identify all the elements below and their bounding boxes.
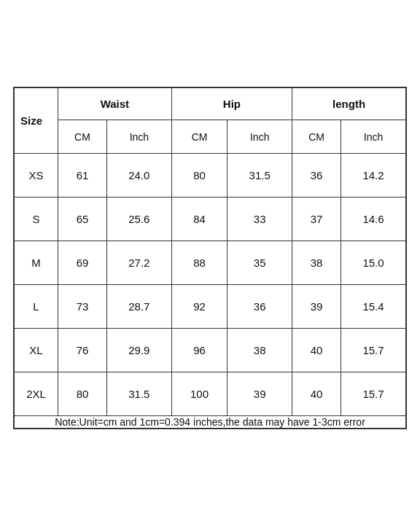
waist-cm-cell: 73 — [58, 285, 107, 329]
size-cell: S — [15, 198, 58, 241]
waist-inch-cell: 27.2 — [106, 241, 171, 285]
waist-inch-cell: 28.7 — [106, 285, 171, 329]
hip-inch-cell: 38 — [228, 329, 292, 372]
length-label: length — [332, 98, 365, 110]
size-cell: 2XL — [15, 372, 58, 416]
length-inch-cell: 14.6 — [341, 198, 406, 241]
subheader-row: CM Inch CM Inch CM Inch — [15, 120, 406, 154]
size-chart-container: Size Waist Hip length CM Inch CM Inch CM — [13, 87, 407, 429]
hip-cm-cell: 80 — [171, 154, 228, 198]
length-cm-cell: 36 — [292, 154, 341, 198]
hip-cm-cell: 100 — [171, 372, 228, 416]
length-cm-header: CM — [292, 120, 341, 154]
hip-label: Hip — [223, 98, 241, 110]
length-inch-cell: 15.0 — [341, 241, 406, 285]
table-row: S 65 25.6 84 33 37 14.6 — [15, 198, 406, 241]
size-column-header: Size — [15, 88, 58, 154]
table-row: M 69 27.2 88 35 38 15.0 — [15, 241, 406, 285]
length-group-header: length — [292, 88, 406, 120]
size-chart-table: Size Waist Hip length CM Inch CM Inch CM — [14, 87, 406, 429]
length-cm-cell: 40 — [292, 329, 341, 372]
waist-inch-cell: 29.9 — [106, 329, 171, 372]
hip-cm-cell: 96 — [171, 329, 228, 372]
waist-cm-header: CM — [58, 120, 107, 154]
waist-cm-cell: 80 — [58, 372, 107, 416]
hip-cm-header: CM — [171, 120, 228, 154]
waist-cm-cell: 76 — [58, 329, 107, 372]
length-inch-cell: 14.2 — [341, 154, 406, 198]
hip-inch-cell: 33 — [228, 198, 292, 241]
waist-cm-cell: 65 — [58, 198, 107, 241]
hip-inch-cell: 39 — [228, 372, 292, 416]
waist-label: Waist — [101, 98, 129, 110]
hip-inch-cell: 35 — [228, 241, 292, 285]
length-cm-cell: 40 — [292, 372, 341, 416]
hip-cm-cell: 84 — [171, 198, 228, 241]
length-inch-cell: 15.7 — [341, 372, 406, 416]
waist-cm-cell: 69 — [58, 241, 107, 285]
length-cm-cell: 37 — [292, 198, 341, 241]
waist-cm-cell: 61 — [58, 154, 107, 198]
size-label: Size — [20, 114, 42, 127]
length-inch-header: Inch — [341, 120, 406, 154]
hip-cm-cell: 88 — [171, 241, 228, 285]
hip-cm-cell: 92 — [171, 285, 228, 329]
hip-inch-cell: 36 — [228, 285, 292, 329]
length-cm-cell: 39 — [292, 285, 341, 329]
table-row: L 73 28.7 92 36 39 15.4 — [15, 285, 406, 329]
size-cell: XL — [15, 329, 58, 372]
hip-inch-cell: 31.5 — [228, 154, 292, 198]
note-cell: Note:Unit=cm and 1cm=0.394 inches,the da… — [15, 416, 406, 429]
note-row: Note:Unit=cm and 1cm=0.394 inches,the da… — [15, 416, 406, 429]
hip-group-header: Hip — [171, 88, 292, 120]
table-row: XL 76 29.9 96 38 40 15.7 — [15, 329, 406, 372]
table-row: XS 61 24.0 80 31.5 36 14.2 — [15, 154, 406, 198]
size-cell: L — [15, 285, 58, 329]
table-body: XS 61 24.0 80 31.5 36 14.2 S 65 25.6 84 … — [15, 154, 406, 416]
waist-inch-cell: 25.6 — [106, 198, 171, 241]
length-inch-cell: 15.4 — [341, 285, 406, 329]
waist-inch-cell: 24.0 — [106, 154, 171, 198]
size-cell: XS — [15, 154, 58, 198]
length-cm-cell: 38 — [292, 241, 341, 285]
hip-inch-header: Inch — [228, 120, 292, 154]
group-header-row: Size Waist Hip length — [15, 88, 406, 120]
length-inch-cell: 15.7 — [341, 329, 406, 372]
waist-group-header: Waist — [58, 88, 172, 120]
waist-inch-header: Inch — [106, 120, 171, 154]
waist-inch-cell: 31.5 — [106, 372, 171, 416]
note-text: Note:Unit=cm and 1cm=0.394 inches,the da… — [55, 416, 365, 428]
table-row: 2XL 80 31.5 100 39 40 15.7 — [15, 372, 406, 416]
size-cell: M — [15, 241, 58, 285]
